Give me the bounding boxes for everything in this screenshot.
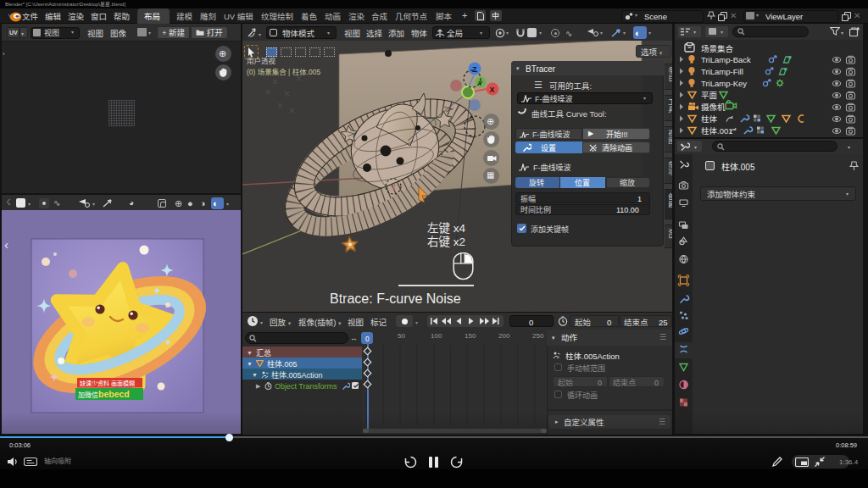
svg-text:X: X [490, 86, 495, 94]
svg-text:‹: ‹ [4, 237, 8, 252]
svg-text:Z: Z [472, 65, 477, 74]
svg-text:平面: 平面 [701, 91, 717, 100]
svg-text:摄像机: 摄像机 [701, 103, 726, 112]
svg-text:缺课少资料 画面模糊: 缺课少资料 画面模糊 [80, 380, 135, 387]
svg-text:柱体.001: 柱体.001 [701, 126, 733, 136]
svg-text:柱体: 柱体 [701, 114, 718, 124]
svg-text:TriLamp-Fill: TriLamp-Fill [701, 67, 743, 76]
svg-text:TriLamp-Key: TriLamp-Key [701, 79, 747, 88]
svg-text:TriLamp-Back: TriLamp-Back [701, 55, 751, 64]
